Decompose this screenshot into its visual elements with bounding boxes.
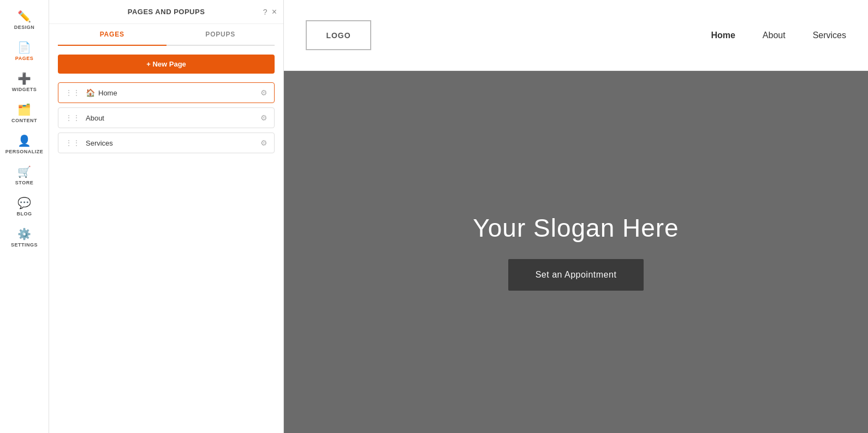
- sidebar-item-design-label: DESIGN: [14, 25, 35, 30]
- blog-icon: 💬: [17, 196, 32, 209]
- home-page-icon: 🏠: [86, 88, 95, 97]
- panel-help-button[interactable]: ?: [263, 8, 267, 16]
- hero-slogan: Your Slogan Here: [473, 213, 679, 243]
- sidebar-item-settings-label: SETTINGS: [11, 242, 38, 248]
- sidebar-item-settings[interactable]: ⚙️ SETTINGS: [0, 222, 49, 253]
- panel-title: PAGES AND POPUPS: [128, 8, 205, 16]
- page-name-about: About: [86, 114, 260, 122]
- new-page-button[interactable]: + New Page: [58, 55, 275, 74]
- hero-section: Your Slogan Here Set an Appointment: [284, 71, 868, 433]
- page-item-about[interactable]: ⋮⋮ About ⚙: [58, 107, 275, 128]
- sidebar-item-content[interactable]: 🗂️ CONTENT: [0, 98, 49, 129]
- sidebar-item-store[interactable]: 🛒 STORE: [0, 160, 49, 191]
- tab-pages[interactable]: PAGES: [58, 24, 167, 46]
- widgets-icon: ➕: [17, 72, 32, 85]
- sidebar-item-personalize-label: PERSONALIZE: [5, 149, 44, 154]
- personalize-icon: 👤: [17, 134, 32, 147]
- page-item-home[interactable]: ⋮⋮ 🏠 Home ⚙: [58, 82, 275, 103]
- panel-header: PAGES AND POPUPS ? ×: [49, 0, 283, 24]
- design-icon: ✏️: [17, 10, 32, 23]
- pages-panel: PAGES AND POPUPS ? × PAGES POPUPS + New …: [49, 0, 284, 433]
- sidebar-item-personalize[interactable]: 👤 PERSONALIZE: [0, 129, 49, 160]
- nav-link-services[interactable]: Services: [813, 31, 846, 40]
- page-settings-home[interactable]: ⚙: [260, 88, 267, 97]
- drag-handle-services: ⋮⋮: [65, 139, 80, 147]
- panel-tabs: PAGES POPUPS: [58, 24, 275, 46]
- nav-link-about[interactable]: About: [763, 31, 786, 40]
- sidebar-item-pages[interactable]: 📄 PAGES: [0, 35, 49, 67]
- sidebar-item-blog[interactable]: 💬 BLOG: [0, 191, 49, 222]
- nav-links: Home About Services: [711, 31, 846, 40]
- page-settings-about[interactable]: ⚙: [260, 113, 267, 122]
- content-icon: 🗂️: [17, 103, 32, 116]
- sidebar-item-pages-label: PAGES: [15, 56, 33, 61]
- page-item-services[interactable]: ⋮⋮ Services ⚙: [58, 133, 275, 153]
- store-icon: 🛒: [17, 165, 32, 178]
- panel-header-actions: ? ×: [263, 8, 277, 16]
- website-canvas: LOGO Home About Services Your Slogan Her…: [284, 0, 868, 433]
- sidebar-item-blog-label: BLOG: [17, 211, 32, 216]
- sidebar: ✏️ DESIGN 📄 PAGES ➕ WIDGETS 🗂️ CONTENT 👤…: [0, 0, 49, 433]
- page-name-home: Home: [98, 89, 260, 97]
- sidebar-item-design[interactable]: ✏️ DESIGN: [0, 4, 49, 35]
- sidebar-item-content-label: CONTENT: [11, 118, 37, 123]
- page-list: ⋮⋮ 🏠 Home ⚙ ⋮⋮ About ⚙ ⋮⋮ Services ⚙: [49, 82, 283, 153]
- sidebar-item-store-label: STORE: [15, 180, 33, 185]
- nav-link-home[interactable]: Home: [711, 31, 735, 40]
- page-name-services: Services: [86, 139, 260, 147]
- hero-cta-button[interactable]: Set an Appointment: [508, 259, 644, 291]
- sidebar-item-widgets-label: WIDGETS: [12, 87, 37, 92]
- logo: LOGO: [306, 20, 371, 50]
- sidebar-item-widgets[interactable]: ➕ WIDGETS: [0, 67, 49, 98]
- panel-close-button[interactable]: ×: [272, 8, 277, 16]
- settings-icon: ⚙️: [17, 227, 32, 240]
- drag-handle-about: ⋮⋮: [65, 113, 80, 122]
- preview-header: LOGO Home About Services: [284, 0, 868, 71]
- pages-icon: 📄: [17, 41, 32, 54]
- drag-handle-home: ⋮⋮: [65, 88, 80, 97]
- tab-popups[interactable]: POPUPS: [167, 24, 275, 45]
- page-settings-services[interactable]: ⚙: [260, 139, 267, 147]
